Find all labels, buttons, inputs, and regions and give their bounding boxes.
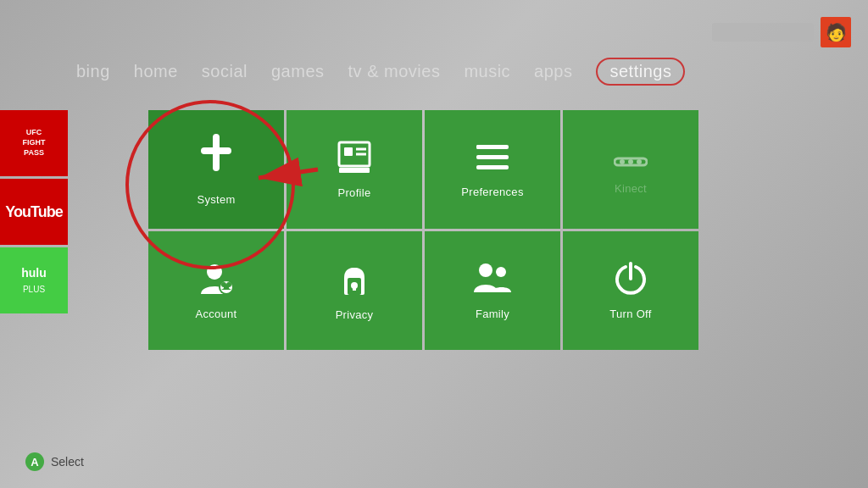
nav-apps[interactable]: apps — [534, 62, 572, 81]
nav-settings[interactable]: settings — [596, 58, 685, 86]
profile-icon — [337, 141, 371, 180]
tile-profile-label: Profile — [338, 186, 371, 199]
tile-system[interactable]: System — [148, 110, 284, 229]
nav-games[interactable]: games — [271, 62, 325, 81]
tile-family[interactable]: Family — [425, 231, 560, 350]
power-icon — [614, 262, 648, 301]
tiles-grid: System Profile Preferences — [148, 110, 698, 350]
search-bar[interactable] — [712, 23, 814, 42]
nav-tv-movies[interactable]: tv & movies — [348, 62, 441, 81]
svg-rect-3 — [344, 147, 353, 156]
tile-privacy-label: Privacy — [336, 308, 374, 321]
svg-rect-10 — [476, 145, 481, 149]
svg-point-13 — [628, 159, 633, 164]
svg-point-20 — [226, 282, 231, 287]
tile-turn-off[interactable]: Turn Off — [563, 231, 698, 350]
select-hint: Select — [51, 455, 84, 469]
nav-social[interactable]: social — [202, 62, 248, 81]
tile-preferences-label: Preferences — [461, 186, 523, 198]
sidebar-hulu[interactable]: huluPLUS — [0, 247, 68, 313]
tile-family-label: Family — [476, 308, 509, 320]
list-icon — [476, 141, 509, 179]
svg-rect-8 — [476, 155, 509, 159]
svg-point-25 — [496, 267, 506, 277]
sidebar: UFCFIGHTPASS YouTube huluPLUS — [0, 110, 76, 313]
lock-icon — [341, 261, 368, 302]
tile-profile[interactable]: Profile — [287, 110, 422, 229]
family-icon — [474, 262, 511, 301]
tile-account[interactable]: Account — [148, 231, 284, 350]
tile-preferences[interactable]: Preferences — [425, 110, 560, 229]
top-right-area: 🧑 — [712, 17, 851, 47]
nav-music[interactable]: music — [464, 62, 510, 81]
nav-bing[interactable]: bing — [76, 62, 110, 81]
tile-turn-off-label: Turn Off — [609, 308, 651, 320]
tile-kinect-label: Kinect — [615, 182, 647, 195]
tile-privacy[interactable]: Privacy — [287, 231, 422, 350]
top-nav: bing home social games tv & movies music… — [76, 58, 851, 86]
svg-rect-9 — [476, 165, 509, 169]
tile-account-label: Account — [195, 308, 236, 320]
xbox-icon — [201, 134, 231, 186]
svg-point-19 — [221, 282, 226, 287]
svg-point-12 — [620, 159, 625, 164]
a-button: A — [25, 452, 44, 471]
tile-system-label: System — [197, 193, 235, 206]
nav-home[interactable]: home — [134, 62, 178, 81]
sidebar-youtube[interactable]: YouTube — [0, 179, 68, 245]
tile-kinect[interactable]: Kinect — [563, 110, 698, 229]
sidebar-ufc[interactable]: UFCFIGHTPASS — [0, 110, 68, 176]
bottom-hint: A Select — [25, 452, 84, 471]
avatar: 🧑 — [821, 17, 851, 47]
svg-rect-6 — [339, 168, 370, 173]
account-icon — [199, 262, 233, 301]
svg-point-14 — [637, 159, 642, 164]
svg-rect-23 — [353, 286, 356, 291]
svg-point-15 — [207, 264, 222, 280]
svg-point-24 — [479, 263, 492, 277]
svg-rect-1 — [201, 147, 231, 154]
kinect-icon — [614, 145, 648, 175]
